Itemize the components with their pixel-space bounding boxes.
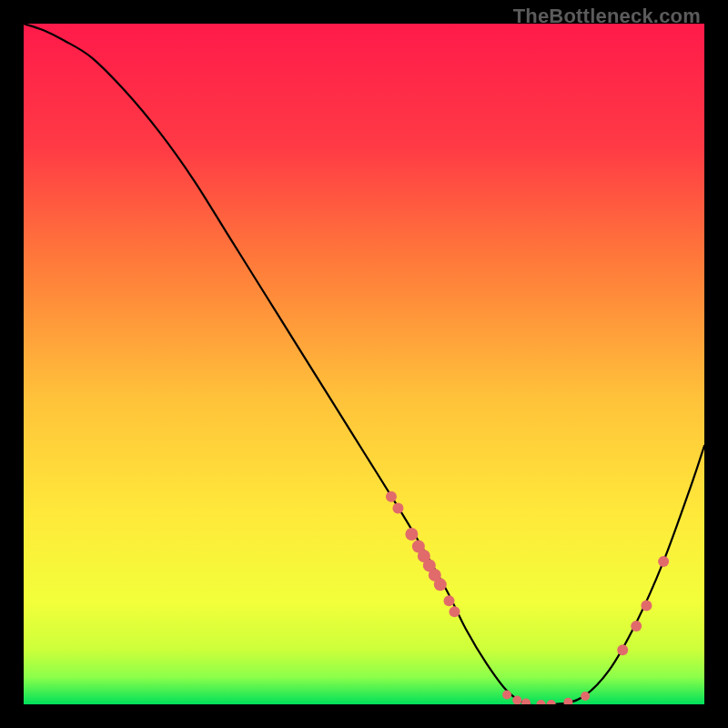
- highlight-point: [444, 595, 455, 606]
- highlight-point: [449, 606, 460, 617]
- highlight-point: [641, 601, 652, 612]
- chart-frame: [24, 24, 704, 704]
- highlight-point: [434, 578, 447, 591]
- highlight-point: [405, 528, 418, 541]
- highlight-point: [392, 503, 403, 514]
- watermark-text: TheBottleneck.com: [513, 5, 701, 28]
- gradient-background: [24, 24, 704, 704]
- highlight-point: [502, 691, 511, 700]
- bottleneck-chart: [24, 24, 704, 704]
- highlight-point: [386, 491, 397, 502]
- highlight-point: [581, 692, 590, 701]
- highlight-point: [617, 644, 628, 655]
- highlight-point: [631, 621, 642, 632]
- highlight-point: [658, 556, 669, 567]
